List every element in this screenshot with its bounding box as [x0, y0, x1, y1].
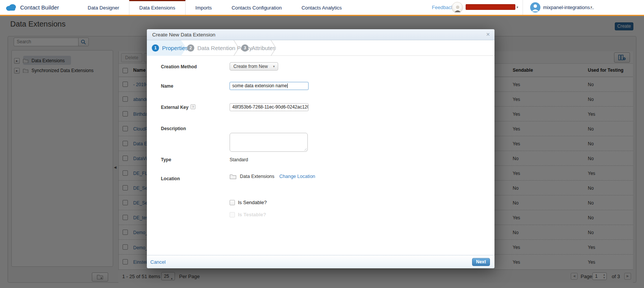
is-sendable-row[interactable]: Is Sendable? — [230, 200, 267, 205]
user-menu-caret-icon[interactable]: ▾ — [590, 5, 592, 9]
feedback-link[interactable]: Feedback — [432, 0, 453, 15]
account-caret-icon[interactable]: ▾ — [516, 5, 518, 9]
name-input[interactable]: some data extension name — [230, 82, 309, 90]
location-value: Data Extensions — [240, 174, 274, 179]
modal-titlebar: Create New Data Extension × — [147, 29, 494, 40]
location-label: Location — [161, 176, 180, 181]
step-label: Properties — [162, 45, 188, 51]
tab-data-designer[interactable]: Data Designer — [78, 0, 129, 15]
step-chevron-icon — [271, 40, 276, 56]
einstein-avatar[interactable] — [452, 2, 463, 13]
next-button[interactable]: Next — [472, 258, 490, 266]
help-icon[interactable]: ? — [191, 104, 195, 109]
text-cursor — [287, 83, 288, 88]
is-testable-label: Is Testable? — [238, 212, 266, 217]
nav-divider — [523, 0, 523, 15]
step-chevron-icon — [233, 40, 239, 56]
tab-imports[interactable]: Imports — [186, 0, 222, 15]
account-name[interactable]: mixpanel-integrations... — [543, 0, 594, 15]
step-number-badge: 2 — [187, 44, 194, 52]
step-number-badge: 3 — [241, 44, 249, 52]
is-sendable-checkbox[interactable] — [230, 200, 235, 205]
top-nav: Contact Builder Data Designer Data Exten… — [0, 0, 644, 16]
tab-contacts-analytics[interactable]: Contacts Analytics — [291, 0, 351, 15]
tab-data-extensions[interactable]: Data Extensions — [129, 0, 186, 15]
creation-method-dropdown[interactable]: Create from New ▾ — [230, 62, 278, 71]
description-textarea[interactable] — [230, 133, 308, 152]
description-label: Description — [161, 126, 186, 131]
create-data-extension-modal: Create New Data Extension × 1 Properties… — [147, 29, 494, 268]
cancel-link[interactable]: Cancel — [150, 259, 165, 265]
step-properties[interactable]: 1 Properties — [152, 40, 188, 56]
tab-contacts-configuration[interactable]: Contacts Configuration — [222, 0, 291, 15]
user-avatar-icon[interactable] — [530, 2, 540, 13]
type-value: Standard — [230, 157, 248, 162]
redacted-account-block — [466, 4, 515, 10]
step-number-badge: 1 — [152, 44, 159, 52]
location-row: Data Extensions Change Location — [230, 174, 315, 179]
step-wizard: 1 Properties 2 Data Retention Policy 3 A… — [147, 40, 494, 56]
is-testable-row: Is Testable? — [230, 212, 266, 217]
nav-tabs: Data Designer Data Extensions Imports Co… — [78, 0, 352, 15]
external-key-input[interactable]: 48f353b6-7268-11ec-90d6-0242ac1200 — [230, 103, 309, 111]
name-label: Name — [161, 83, 173, 89]
salesforce-cloud-icon — [5, 3, 17, 11]
dropdown-caret-icon: ▾ — [273, 63, 275, 70]
external-key-label: External Key — [161, 105, 189, 110]
is-testable-checkbox — [230, 212, 235, 217]
modal-title: Create New Data Extension — [152, 32, 216, 38]
change-location-link[interactable]: Change Location — [279, 174, 315, 179]
type-label: Type — [161, 157, 171, 162]
app-title: Contact Builder — [20, 4, 59, 11]
creation-method-label: Creation Method — [161, 64, 197, 69]
is-sendable-label: Is Sendable? — [238, 200, 267, 205]
folder-icon — [230, 174, 236, 179]
close-icon[interactable]: × — [486, 31, 490, 38]
app-brand: Contact Builder — [5, 0, 59, 15]
modal-footer: Cancel Next — [147, 255, 494, 268]
